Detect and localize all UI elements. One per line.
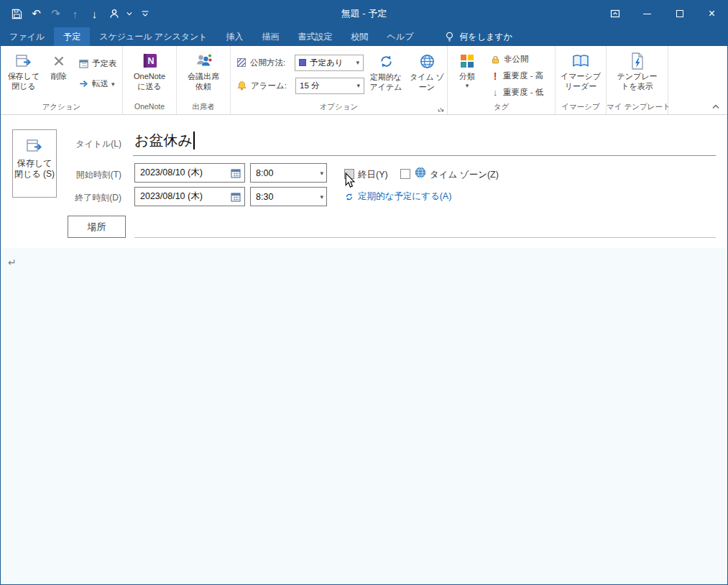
immersive-reader-button[interactable]: イマーシブリーダー bbox=[558, 47, 603, 101]
location-label: 場所 bbox=[88, 221, 106, 234]
time-zone-checkbox[interactable] bbox=[400, 169, 410, 179]
tab-scheduling-assistant[interactable]: スケジュール アシスタント bbox=[90, 27, 216, 46]
group-label-tags: タグ bbox=[448, 101, 555, 114]
lock-icon bbox=[491, 55, 500, 65]
appointment-window: ↶ ↷ ↑ ↓ 無題 - 予定 bbox=[0, 0, 728, 585]
end-date-value: 2023/08/10 (木) bbox=[140, 190, 230, 203]
immersive-reader-icon bbox=[571, 50, 590, 72]
private-button[interactable]: 非公開 bbox=[488, 52, 546, 67]
reminder-dropdown[interactable]: 15 分 ▾ bbox=[295, 78, 364, 94]
form-save-close-button[interactable]: 保存して閉じる (S) bbox=[12, 129, 57, 198]
arrow-up-icon: ↑ bbox=[73, 8, 78, 20]
undo-button[interactable]: ↶ bbox=[27, 0, 46, 27]
save-close-label: 保存して閉じる bbox=[5, 72, 42, 91]
make-recurring-label: 定期的な予定にする(A) bbox=[358, 190, 451, 203]
location-underline[interactable] bbox=[134, 237, 716, 238]
start-date-input[interactable]: 2023/08/10 (木) bbox=[134, 163, 245, 183]
tab-format-text[interactable]: 書式設定 bbox=[289, 27, 342, 46]
globe-icon bbox=[418, 50, 436, 73]
next-item-button[interactable]: ↓ bbox=[85, 0, 104, 27]
categorize-button[interactable]: 分類 ▾ bbox=[450, 47, 484, 101]
low-importance-icon: ↓ bbox=[491, 87, 499, 98]
save-button[interactable] bbox=[7, 0, 27, 27]
start-time-dropdown[interactable]: 8:00 ▾ bbox=[250, 163, 327, 183]
save-close-ribbon-button[interactable]: 保存して閉じる bbox=[3, 47, 45, 101]
titlebar: ↶ ↷ ↑ ↓ 無題 - 予定 bbox=[0, 0, 728, 27]
tell-me-search[interactable]: 何をしますか bbox=[438, 27, 517, 46]
tab-help[interactable]: ヘルプ bbox=[378, 27, 423, 46]
recurrence-icon bbox=[344, 192, 354, 202]
calendar-button[interactable]: 予定表 bbox=[75, 57, 120, 70]
lightbulb-icon bbox=[444, 31, 455, 42]
date-picker-icon[interactable] bbox=[230, 191, 241, 203]
high-importance-button[interactable]: ! 重要度 - 高 bbox=[488, 68, 546, 83]
tab-review[interactable]: 校閲 bbox=[342, 27, 378, 46]
redo-icon: ↷ bbox=[51, 7, 60, 20]
show-as-icon bbox=[236, 57, 246, 68]
time-zones-label: タイム ゾーン bbox=[408, 73, 446, 92]
ribbon-display-options-button[interactable] bbox=[599, 0, 631, 27]
tab-insert[interactable]: 挿入 bbox=[217, 27, 253, 46]
ribbon-group-attendees: 会議出席依頼 出席者 bbox=[177, 46, 231, 114]
show-as-value: 予定あり bbox=[310, 57, 344, 68]
tab-draw[interactable]: 描画 bbox=[253, 27, 289, 46]
customize-qat-button[interactable] bbox=[135, 0, 155, 27]
end-time-value: 8:30 bbox=[256, 192, 320, 202]
dialog-launcher-icon bbox=[437, 105, 445, 113]
end-time-label: 終了時刻(D) bbox=[58, 192, 121, 204]
delete-icon bbox=[51, 50, 67, 72]
undo-icon: ↶ bbox=[32, 7, 41, 20]
end-time-dropdown[interactable]: 8:30 ▾ bbox=[250, 187, 327, 206]
title-input[interactable]: お盆休み bbox=[134, 131, 195, 150]
low-importance-button[interactable]: ↓ 重要度 - 低 bbox=[488, 85, 546, 100]
group-label-options: オプション bbox=[231, 101, 447, 114]
low-importance-label: 重要度 - 低 bbox=[503, 87, 543, 98]
recurrence-button[interactable]: 定期的なアイテム bbox=[366, 47, 406, 92]
group-label-my-templates: マイ テンプレート bbox=[607, 101, 668, 114]
forward-button[interactable]: 転送 ▾ bbox=[75, 77, 120, 91]
delete-label: 削除 bbox=[51, 72, 67, 82]
redo-button[interactable]: ↷ bbox=[46, 0, 65, 27]
forward-label: 転送 bbox=[92, 78, 109, 89]
start-date-value: 2023/08/10 (木) bbox=[140, 167, 230, 179]
tell-me-label: 何をしますか bbox=[459, 31, 512, 43]
ribbon-group-actions: 保存して閉じる 削除 bbox=[1, 46, 123, 114]
chevron-down-icon: ▾ bbox=[466, 82, 469, 89]
view-templates-button[interactable]: テンプレートを表示 bbox=[612, 47, 663, 101]
ribbon: 保存して閉じる 削除 bbox=[1, 46, 727, 115]
delete-button[interactable]: 削除 bbox=[45, 47, 73, 101]
location-button[interactable]: 場所 bbox=[68, 216, 126, 238]
appointment-form: 保存して閉じる (S) タイトル(L) 開始時刻(T) 終了時刻(D) お盆休み… bbox=[1, 116, 727, 248]
account-button[interactable] bbox=[104, 0, 124, 27]
return-mark: ↵ bbox=[8, 257, 17, 268]
minimize-button[interactable] bbox=[631, 0, 663, 27]
ribbon-group-immersive: イマーシブリーダー イマーシブ bbox=[556, 46, 607, 114]
forward-icon bbox=[78, 78, 89, 89]
chevron-up-icon bbox=[711, 103, 720, 110]
close-icon: × bbox=[709, 7, 715, 20]
show-as-dropdown[interactable]: 予定あり ▾ bbox=[295, 55, 364, 71]
previous-item-button[interactable]: ↑ bbox=[65, 0, 85, 27]
close-button[interactable]: × bbox=[696, 0, 728, 27]
mouse-cursor bbox=[344, 172, 356, 188]
tab-appointment[interactable]: 予定 bbox=[54, 27, 90, 46]
customize-qat-icon bbox=[140, 9, 150, 19]
maximize-button[interactable] bbox=[663, 0, 696, 27]
notes-editor[interactable]: ↵ bbox=[1, 248, 727, 584]
group-label-immersive: イマーシブ bbox=[556, 101, 606, 114]
options-dialog-launcher[interactable] bbox=[437, 105, 445, 113]
recurrence-icon bbox=[377, 50, 395, 73]
make-recurring-link[interactable]: 定期的な予定にする(A) bbox=[344, 190, 451, 203]
all-day-label: 終日(Y) bbox=[358, 169, 388, 181]
tab-file[interactable]: ファイル bbox=[0, 27, 54, 46]
chevron-down-icon: ▾ bbox=[111, 80, 115, 88]
end-date-input[interactable]: 2023/08/10 (木) bbox=[134, 187, 245, 206]
time-zones-button[interactable]: タイム ゾーン bbox=[407, 47, 446, 92]
invite-attendees-button[interactable]: 会議出席依頼 bbox=[181, 47, 226, 101]
window-controls: × bbox=[599, 0, 728, 27]
date-picker-icon[interactable] bbox=[230, 167, 241, 179]
send-to-onenote-button[interactable]: N OneNote に送る bbox=[126, 47, 172, 101]
collapse-ribbon-button[interactable] bbox=[711, 103, 720, 110]
account-dropdown-button[interactable] bbox=[124, 0, 135, 27]
group-label-onenote: OneNote bbox=[123, 101, 176, 114]
